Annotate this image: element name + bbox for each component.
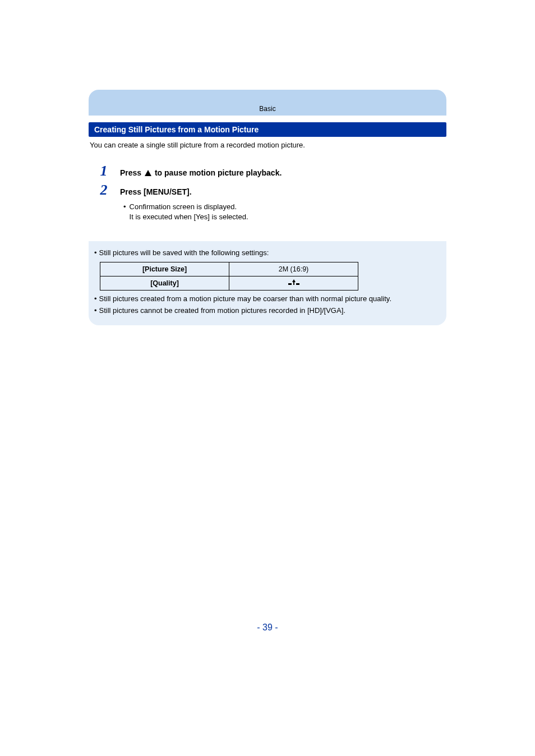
section-label: Basic [89,105,446,113]
step-text: Press to pause motion picture playback. [120,168,282,177]
steps-list: 1 Press to pause motion picture playback… [89,163,446,222]
section-header: Basic [89,90,446,116]
bullet-dot: • [94,294,97,305]
cell-quality-label: [Quality] [100,276,229,290]
cell-picture-size-value: 2M (16:9) [229,262,358,276]
intro-text: You can create a single still picture fr… [90,140,445,150]
step-1-pre: Press [120,168,144,177]
page-number: - 39 - [89,623,446,633]
step-text: Press [MENU/SET]. [120,187,192,196]
table-row: [Picture Size] 2M (16:9) [100,262,358,276]
table-row: [Quality] [100,276,358,290]
bullet-dot: • [94,306,97,316]
sub-line-2: It is executed when [Yes] is selected. [130,212,248,222]
step-number: 1 [96,163,111,179]
note-3: Still pictures cannot be created from mo… [99,306,345,316]
cell-quality-value [229,276,358,290]
sub-line-1: Confirmation screen is displayed. [130,202,248,212]
step-2: 2 Press [MENU/SET]. [89,182,446,199]
settings-table: [Picture Size] 2M (16:9) [Quality] [100,262,358,291]
step-number: 2 [96,182,111,199]
up-arrow-icon [145,170,151,176]
quality-standard-icon [288,279,299,285]
notes-panel: • Still pictures will be saved with the … [89,241,446,325]
step-1: 1 Press to pause motion picture playback… [89,163,446,179]
page-title: Creating Still Pictures from a Motion Pi… [89,122,446,137]
note-1: Still pictures will be saved with the fo… [99,248,269,259]
svg-rect-0 [288,283,292,285]
step-1-post: to pause motion picture playback. [153,168,282,177]
bullet-dot: • [123,202,126,222]
cell-picture-size-label: [Picture Size] [100,262,229,276]
bullet-dot: • [94,248,97,259]
svg-rect-1 [296,283,299,285]
note-2: Still pictures created from a motion pic… [99,294,391,305]
step-sub-bullets: • Confirmation screen is displayed. It i… [123,202,446,222]
